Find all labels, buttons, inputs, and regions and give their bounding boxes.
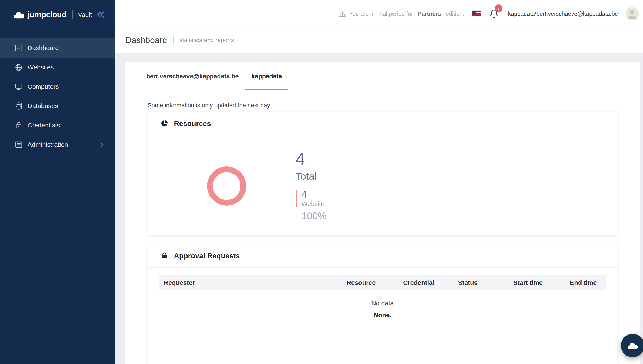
- topbar: You are in Trial period forPartnersediti…: [115, 0, 643, 28]
- column-header-requester: Requester: [164, 279, 347, 286]
- account-username[interactable]: kappadata\bert.verschaeve@kappadata.be: [508, 10, 618, 17]
- resources-donut-chart: [207, 166, 246, 206]
- language-flag-us[interactable]: [472, 10, 481, 17]
- column-header-end-time: End time: [570, 279, 606, 286]
- column-header-credential: Credential: [403, 279, 458, 286]
- sidebar-item-label: Dashboard: [28, 44, 59, 52]
- breakdown-label: Website: [302, 200, 327, 208]
- approvals-table: Requester Resource Credential Status Sta…: [159, 275, 606, 319]
- column-header-start-time: Start time: [513, 279, 570, 286]
- sidebar-item-computers[interactable]: Computers: [0, 77, 115, 96]
- sidebar-collapse-button[interactable]: [96, 10, 105, 20]
- main-column: You are in Trial period forPartnersediti…: [115, 0, 643, 364]
- page-title: Dashboard: [125, 36, 167, 45]
- resources-total-value: 4: [296, 150, 327, 167]
- jumpcloud-cloud-icon: [13, 10, 25, 19]
- product-name: Vault: [78, 11, 92, 18]
- pie-chart-icon: [160, 119, 168, 128]
- notifications-button[interactable]: 1: [489, 9, 499, 19]
- resources-breakdown-item: 4 Website: [296, 190, 327, 208]
- database-icon: [15, 102, 23, 110]
- sidebar-item-label: Administration: [28, 141, 68, 148]
- notification-badge: 1: [495, 4, 502, 12]
- trial-banner: You are in Trial period forPartnersediti…: [338, 10, 464, 18]
- resources-title: Resources: [174, 119, 211, 128]
- column-header-status: Status: [458, 279, 513, 286]
- globe-icon: [15, 63, 23, 72]
- sidebar-item-credentials[interactable]: Credentials: [0, 116, 115, 135]
- sidebar-menu: Dashboard Websites Computers Databases C…: [0, 38, 115, 154]
- sidebar-item-databases[interactable]: Databases: [0, 96, 115, 116]
- sidebar-item-websites[interactable]: Websites: [0, 58, 115, 77]
- approval-requests-panel: Approval Requests Requester Resource Cre…: [148, 244, 617, 364]
- sidebar-item-label: Computers: [28, 83, 59, 90]
- trial-text-suffix: edition.: [446, 10, 464, 17]
- breadcrumb: Dashboard statistics and reports: [115, 28, 643, 53]
- warning-icon: [338, 10, 346, 18]
- empty-state-value: None.: [159, 312, 606, 319]
- tab-kappadata[interactable]: kappadata: [245, 62, 288, 90]
- breadcrumb-divider: [173, 35, 173, 45]
- trial-edition-name: Partners: [418, 10, 441, 17]
- resources-stats: 4 Total 4 Website 100%: [296, 150, 327, 222]
- breakdown-percent: 100%: [302, 210, 327, 222]
- administration-icon: [15, 140, 23, 149]
- approvals-table-header: Requester Resource Credential Status Sta…: [159, 275, 606, 290]
- logo-divider: [72, 10, 73, 19]
- content-area: bert.verschaeve@kappadata.be kappadata S…: [115, 53, 643, 364]
- sidebar-header: jumpcloud Vault: [0, 0, 115, 20]
- approvals-header: Approval Requests: [148, 244, 617, 268]
- monitor-icon: [15, 82, 23, 91]
- sidebar-item-label: Credentials: [28, 122, 60, 129]
- sidebar-item-administration[interactable]: Administration: [0, 135, 115, 154]
- sidebar-item-label: Databases: [28, 102, 58, 110]
- info-note: Some information is only updated the nex…: [148, 102, 617, 109]
- logo-text: jumpcloud: [28, 10, 67, 19]
- sidebar-item-label: Websites: [28, 64, 54, 71]
- chevron-right-icon: [99, 142, 105, 148]
- sidebar: jumpcloud Vault Dashboard Websites Compu…: [0, 0, 115, 364]
- column-header-resource: Resource: [347, 279, 403, 286]
- avatar[interactable]: [625, 7, 639, 20]
- page-subtitle: statistics and reports: [179, 37, 234, 44]
- lock-icon: [15, 121, 23, 130]
- floating-cloud-button[interactable]: [621, 334, 643, 357]
- padlock-icon: [160, 252, 168, 260]
- dashboard-card: bert.verschaeve@kappadata.be kappadata S…: [125, 62, 639, 364]
- approvals-title: Approval Requests: [174, 252, 240, 260]
- dashboard-icon: [15, 44, 23, 52]
- resources-header: Resources: [148, 112, 617, 136]
- breakdown-value: 4: [302, 190, 327, 200]
- resources-body: 4 Total 4 Website 100%: [148, 136, 617, 235]
- tab-bar: bert.verschaeve@kappadata.be kappadata: [137, 62, 628, 90]
- tab-user[interactable]: bert.verschaeve@kappadata.be: [140, 62, 245, 90]
- resources-total-label: Total: [296, 170, 327, 182]
- sidebar-item-dashboard[interactable]: Dashboard: [0, 38, 115, 58]
- trial-text-prefix: You are in Trial period for: [349, 10, 413, 17]
- empty-state-text: No data: [159, 300, 606, 307]
- resources-panel: Resources 4 Total 4 Website 100%: [148, 112, 617, 235]
